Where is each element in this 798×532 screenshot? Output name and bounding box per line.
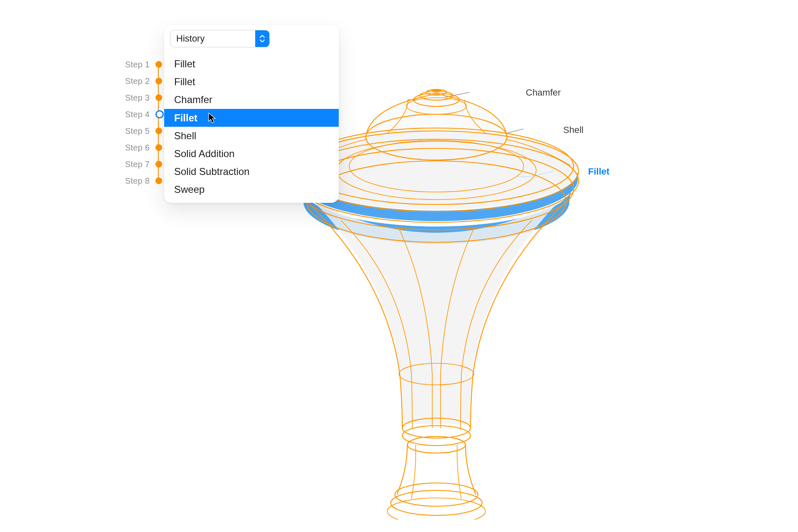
timeline-step-label: Step 7 bbox=[121, 160, 150, 169]
history-item-selected[interactable]: Fillet bbox=[164, 109, 339, 127]
timeline-step[interactable]: Step 7 bbox=[121, 156, 164, 172]
timeline-step[interactable]: Step 3 bbox=[121, 89, 164, 106]
timeline-step-label: Step 5 bbox=[121, 126, 150, 136]
history-item[interactable]: Chamfer bbox=[164, 91, 339, 108]
history-item[interactable]: Shell bbox=[164, 127, 339, 145]
timeline-dot-current-icon bbox=[155, 110, 164, 118]
svg-point-19 bbox=[395, 483, 478, 506]
timeline-step-label: Step 8 bbox=[121, 176, 150, 186]
timeline-dot-icon bbox=[155, 78, 162, 84]
svg-point-20 bbox=[391, 490, 482, 515]
timeline-step-label: Step 2 bbox=[121, 76, 150, 86]
timeline-dot-icon bbox=[155, 128, 162, 134]
history-item[interactable]: Sweep bbox=[164, 180, 339, 198]
history-item[interactable]: Fillet bbox=[164, 55, 339, 73]
timeline-step-label: Step 4 bbox=[121, 110, 150, 119]
history-item[interactable]: Solid Subtraction bbox=[164, 163, 339, 180]
timeline-dot-icon bbox=[155, 161, 162, 167]
timeline-dot-icon bbox=[155, 94, 162, 101]
history-select-label: History bbox=[170, 33, 204, 44]
timeline-step-label: Step 3 bbox=[121, 93, 150, 103]
history-item[interactable]: Fillet bbox=[164, 73, 339, 91]
timeline-step[interactable]: Step 1 bbox=[121, 56, 164, 73]
timeline-step[interactable]: Step 6 bbox=[121, 139, 164, 156]
timeline-step-label: Step 6 bbox=[121, 143, 150, 153]
history-select[interactable]: History bbox=[170, 30, 270, 47]
timeline-step[interactable]: Step 4 bbox=[121, 106, 164, 123]
timeline-step[interactable]: Step 8 bbox=[121, 172, 164, 189]
timeline-step-label: Step 1 bbox=[121, 60, 150, 69]
step-timeline: Step 1 Step 2 Step 3 Step 4 Step 5 Step … bbox=[121, 56, 164, 189]
history-popover: History Fillet Fillet Chamfer Fillet She… bbox=[164, 25, 339, 203]
popover-header: History bbox=[164, 25, 339, 55]
stepper-icon[interactable] bbox=[255, 30, 269, 47]
history-item[interactable]: Solid Addition bbox=[164, 145, 339, 163]
history-list: Fillet Fillet Chamfer Fillet Shell Solid… bbox=[164, 55, 339, 199]
timeline-dot-icon bbox=[155, 61, 162, 68]
timeline-step[interactable]: Step 2 bbox=[121, 73, 164, 89]
svg-point-5 bbox=[431, 89, 441, 92]
timeline-dot-icon bbox=[155, 177, 162, 184]
timeline-step[interactable]: Step 5 bbox=[121, 123, 164, 139]
timeline-dot-icon bbox=[155, 144, 162, 151]
